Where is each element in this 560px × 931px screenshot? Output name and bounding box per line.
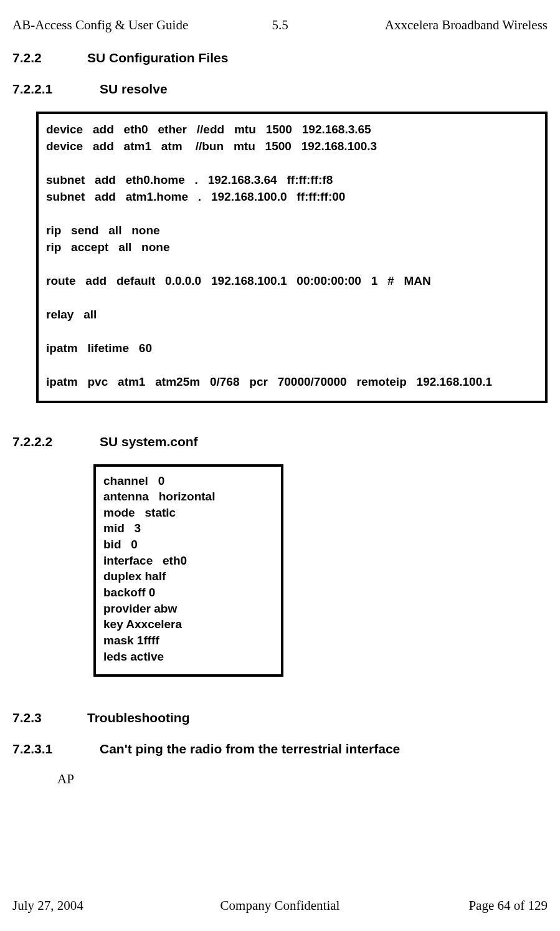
heading-7221-num: 7.2.2.1 [12, 82, 100, 97]
footer-center: Company Confidential [221, 898, 340, 914]
footer-right: Page 64 of 129 [468, 898, 548, 914]
page-header: AB-Access Config & User Guide 5.5 Axxcel… [12, 17, 548, 33]
heading-723-title: Troubleshooting [87, 710, 189, 725]
heading-722: 7.2.2 SU Configuration Files [12, 50, 548, 65]
heading-722-title: SU Configuration Files [87, 50, 228, 65]
heading-722-num: 7.2.2 [12, 50, 87, 65]
header-left: AB-Access Config & User Guide [12, 17, 188, 33]
code-su-systemconf: channel 0 antenna horizontal mode static… [93, 464, 283, 677]
header-right: Axxcelera Broadband Wireless [385, 17, 548, 33]
heading-723-num: 7.2.3 [12, 710, 87, 725]
heading-7221-title: SU resolve [100, 82, 168, 97]
heading-7222: 7.2.2.2 SU system.conf [12, 434, 548, 449]
heading-7222-title: SU system.conf [100, 434, 198, 449]
body-ap: AP [57, 771, 548, 787]
page-footer: July 27, 2004 Company Confidential Page … [12, 898, 548, 914]
heading-7231: 7.2.3.1 Can't ping the radio from the te… [12, 742, 548, 757]
heading-7221: 7.2.2.1 SU resolve [12, 82, 548, 97]
footer-left: July 27, 2004 [12, 898, 83, 914]
code-su-resolve: device add eth0 ether //edd mtu 1500 192… [36, 112, 548, 403]
heading-723: 7.2.3 Troubleshooting [12, 710, 548, 725]
heading-7231-title: Can't ping the radio from the terrestria… [100, 742, 400, 757]
heading-7222-num: 7.2.2.2 [12, 434, 100, 449]
heading-7231-num: 7.2.3.1 [12, 742, 100, 757]
header-center: 5.5 [272, 17, 288, 33]
